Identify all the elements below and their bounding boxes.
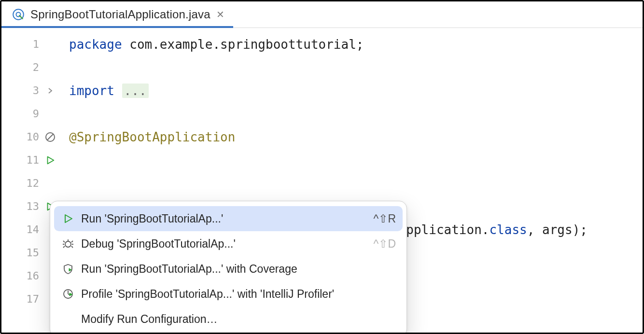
run-context-menu: Run 'SpringBootTutorialAp...' ^⇧R Debug …: [50, 201, 407, 333]
keyword: class: [489, 223, 527, 237]
line-number: 3: [20, 79, 39, 102]
menu-shortcut: ^⇧R: [374, 207, 396, 230]
bug-icon: [61, 237, 75, 251]
menu-item-modify-config[interactable]: Modify Run Configuration…: [54, 306, 403, 332]
line-number: 2: [20, 56, 39, 79]
file-tab[interactable]: SpringBootTutorialApplication.java ✕: [1, 1, 233, 28]
close-icon[interactable]: ✕: [216, 9, 224, 20]
line-number: 14: [20, 218, 39, 241]
svg-line-3: [47, 134, 53, 140]
keyword: package: [69, 37, 122, 52]
tab-bar: SpringBootTutorialApplication.java ✕: [1, 1, 643, 28]
annotation: @SpringBootApplication: [69, 130, 235, 144]
profile-icon: [61, 287, 75, 301]
menu-shortcut: ^⇧D: [374, 232, 396, 255]
keyword: import: [69, 84, 114, 98]
line-number: 11: [20, 149, 39, 172]
menu-label: Run 'SpringBootTutorialAp...' with Cover…: [81, 257, 396, 280]
line-number: 12: [20, 172, 39, 195]
menu-label: Profile 'SpringBootTutorialAp...' with '…: [81, 282, 396, 306]
menu-item-run[interactable]: Run 'SpringBootTutorialAp...' ^⇧R: [54, 206, 403, 231]
no-entry-icon[interactable]: [44, 131, 56, 143]
line-number: 13: [20, 195, 39, 218]
blank-icon: [61, 312, 75, 326]
line-number: 15: [20, 241, 39, 264]
menu-label: Debug 'SpringBootTutorialAp...': [81, 232, 374, 255]
editor-window: SpringBootTutorialApplication.java ✕ 1 2…: [0, 0, 644, 334]
menu-label: Run 'SpringBootTutorialAp...': [81, 207, 374, 230]
class-file-icon: [12, 8, 25, 21]
line-number: 1: [20, 33, 39, 56]
svg-point-4: [65, 241, 71, 247]
tab-title: SpringBootTutorialApplication.java: [30, 8, 210, 21]
menu-item-profile[interactable]: Profile 'SpringBootTutorialAp...' with '…: [54, 281, 403, 306]
code-text: , args);: [527, 223, 588, 237]
code-editor[interactable]: 1 2 3 9 10 11 12 13: [1, 28, 643, 333]
run-icon: [61, 211, 75, 226]
line-number: 9: [20, 102, 39, 125]
folded-region[interactable]: ...: [122, 84, 149, 98]
menu-item-debug[interactable]: Debug 'SpringBootTutorialAp...' ^⇧D: [54, 231, 403, 256]
fold-icon[interactable]: [44, 84, 56, 97]
code-text: com.example.springboottutorial;: [122, 37, 364, 52]
run-gutter-icon[interactable]: [44, 154, 56, 167]
menu-item-coverage[interactable]: Run 'SpringBootTutorialAp...' with Cover…: [54, 256, 403, 281]
line-number: 16: [20, 264, 39, 288]
coverage-icon: [61, 262, 75, 276]
line-number: 17: [20, 288, 39, 311]
menu-label: Modify Run Configuration…: [81, 307, 396, 331]
line-number: 10: [20, 125, 39, 149]
